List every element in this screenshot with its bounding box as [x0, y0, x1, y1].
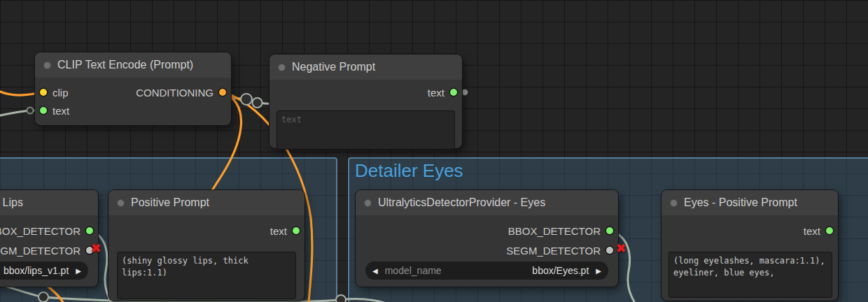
- output-slot-segm-detector[interactable]: SEGM_DETECTOR: [506, 243, 613, 257]
- prompt-textarea[interactable]: (shiny glossy lips, thick lips:1.1): [117, 252, 296, 299]
- input-slot-text[interactable]: text: [40, 103, 69, 117]
- segm-port-dot[interactable]: [606, 247, 613, 254]
- output-slot-text[interactable]: text: [804, 224, 833, 238]
- slot-label: text: [52, 105, 69, 117]
- combo-left-arrow-icon[interactable]: ◀: [365, 267, 385, 275]
- model-name-widget[interactable]: ◀ model_name bbox/Eyes.pt ▶: [365, 261, 608, 280]
- widget-value: bbox/Eyes.pt: [532, 265, 589, 276]
- group-title: Detailer Eyes: [349, 159, 868, 183]
- collapse-dot-icon[interactable]: [364, 199, 372, 207]
- node-header[interactable]: Positive Prompt: [108, 190, 304, 215]
- slot-label: text: [804, 225, 820, 237]
- collapse-dot-icon[interactable]: [670, 199, 678, 207]
- model-name-widget[interactable]: ◀ model_name bbox/lips_v1.pt ▶: [0, 261, 88, 280]
- output-slot-conditioning[interactable]: CONDITIONING: [136, 85, 226, 99]
- node-header[interactable]: CLIP Text Encode (Prompt): [35, 52, 231, 78]
- output-slot-segm-detector[interactable]: SEGM_DETECTOR: [0, 243, 93, 257]
- collapse-dot-icon[interactable]: [278, 64, 286, 71]
- muted-link-x-icon: ✖: [616, 243, 626, 254]
- node-header[interactable]: Negative Prompt: [270, 55, 462, 80]
- slot-label: clip: [52, 87, 69, 99]
- slot-label: SEGM_DETECTOR: [506, 245, 601, 257]
- node-header[interactable]: UltralyticsDetectorProvider - Lips: [0, 190, 98, 215]
- node-title: Eyes - Positive Prompt: [684, 196, 797, 209]
- node-title: Positive Prompt: [131, 196, 209, 209]
- node-header[interactable]: Eyes - Positive Prompt: [662, 190, 838, 215]
- text-port-dot[interactable]: [826, 227, 833, 234]
- node-positive-prompt[interactable]: Positive Prompt text (shiny glossy lips,…: [108, 190, 304, 301]
- node-ultralytics-detector-eyes[interactable]: UltralyticsDetectorProvider - Eyes BBOX_…: [356, 190, 618, 287]
- text-port-dot[interactable]: [293, 227, 300, 234]
- widget-label: model_name: [385, 265, 442, 276]
- node-ultralytics-detector-lips[interactable]: UltralyticsDetectorProvider - Lips BBOX_…: [0, 190, 98, 287]
- bbox-port-dot[interactable]: [606, 227, 613, 234]
- node-graph-canvas[interactable]: Detailer Eyes CLIP Text Encode (Prompt) …: [0, 0, 868, 302]
- input-slot-clip[interactable]: clip: [40, 85, 69, 99]
- slot-label: text: [428, 87, 444, 99]
- combo-right-arrow-icon[interactable]: ▶: [589, 267, 608, 275]
- output-slot-text[interactable]: text: [428, 85, 457, 99]
- text-port-dot[interactable]: [40, 107, 47, 114]
- output-slot-text[interactable]: text: [270, 224, 300, 238]
- prompt-textarea[interactable]: text: [276, 110, 455, 150]
- text-port-dot[interactable]: [450, 89, 457, 96]
- node-negative-prompt[interactable]: Negative Prompt text text: [270, 55, 462, 148]
- collapse-dot-icon[interactable]: [117, 199, 125, 207]
- clip-port-dot[interactable]: [40, 89, 47, 96]
- output-slot-bbox-detector[interactable]: BBOX_DETECTOR: [0, 224, 93, 238]
- node-title: UltralyticsDetectorProvider - Lips: [0, 196, 23, 209]
- widget-value: bbox/lips_v1.pt: [4, 265, 69, 276]
- node-clip-text-encode[interactable]: CLIP Text Encode (Prompt) clip text COND…: [35, 52, 231, 125]
- prompt-textarea[interactable]: (long eyelashes, mascara:1.1), eyeliner,…: [668, 252, 832, 298]
- node-eyes-positive-prompt[interactable]: Eyes - Positive Prompt text (long eyelas…: [662, 190, 838, 301]
- node-title: CLIP Text Encode (Prompt): [57, 59, 193, 71]
- collapse-dot-icon[interactable]: [43, 62, 51, 69]
- combo-right-arrow-icon[interactable]: ▶: [69, 267, 88, 275]
- slot-label: SEGM_DETECTOR: [0, 245, 80, 257]
- muted-link-x-icon: ✖: [91, 243, 101, 254]
- node-title: UltralyticsDetectorProvider - Eyes: [378, 196, 545, 209]
- conditioning-port-dot[interactable]: [219, 89, 226, 96]
- node-header[interactable]: UltralyticsDetectorProvider - Eyes: [356, 190, 618, 215]
- slot-label: CONDITIONING: [136, 87, 214, 99]
- slot-label: BBOX_DETECTOR: [0, 225, 80, 237]
- slot-label: text: [270, 225, 287, 237]
- bbox-port-dot[interactable]: [86, 227, 93, 234]
- slot-label: BBOX_DETECTOR: [508, 225, 601, 237]
- node-title: Negative Prompt: [292, 61, 375, 73]
- output-slot-bbox-detector[interactable]: BBOX_DETECTOR: [508, 224, 613, 238]
